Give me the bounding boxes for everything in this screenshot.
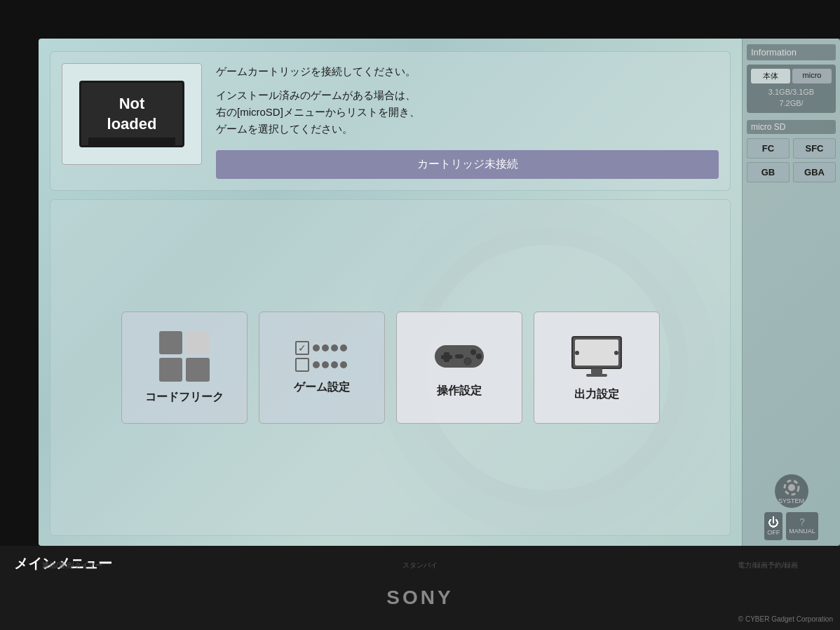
description-line2: インストール済みのゲームがある場合は、 右の[microSD]メニューからリスト… — [216, 87, 719, 138]
sony-logo: SONY — [386, 587, 453, 609]
controller-icon — [431, 337, 487, 375]
tv-controls: 通信/通信/タイマー スタンバイ 電力/録画予約/録画 — [0, 561, 840, 570]
category-grid: FC SFC GB GBA — [747, 138, 836, 182]
svg-point-6 — [464, 358, 471, 365]
honbody-value: 3.1GB/3.1GB — [751, 86, 832, 98]
game-settings-label: ゲーム設定 — [294, 380, 350, 395]
menu-item-code-freak[interactable]: コードフリーク — [121, 311, 248, 424]
tv-body: Not loaded ゲームカートリッジを接続してください。 インストール済みの… — [0, 0, 840, 630]
cartridge-inner: Not loaded — [79, 81, 184, 147]
svg-point-4 — [470, 349, 476, 355]
bottom-menu-section: コードフリーク ✓ — [50, 199, 731, 536]
svg-point-12 — [614, 351, 618, 355]
tv-control-right: 電力/録画予約/録画 — [738, 561, 798, 570]
cartridge-box: Not loaded — [62, 63, 202, 165]
tab-micro[interactable]: micro — [792, 69, 832, 83]
code-freak-label: コードフリーク — [145, 390, 224, 405]
menu-item-game-settings[interactable]: ✓ — [259, 311, 385, 424]
cat-btn-gba[interactable]: GBA — [793, 162, 836, 182]
output-settings-label: 出力設定 — [574, 387, 619, 402]
svg-point-5 — [476, 354, 482, 359]
micro-value: 7.2GB/ — [751, 98, 832, 109]
svg-rect-10 — [586, 374, 607, 377]
storage-tabs: 本体 micro — [751, 69, 832, 83]
screen: Not loaded ゲームカートリッジを接続してください。 インストール済みの… — [39, 39, 840, 546]
off-button[interactable]: ⏻ OFF — [764, 512, 783, 540]
system-btn-label: SYSTEM — [778, 497, 804, 504]
off-btn-label: OFF — [767, 529, 780, 536]
main-content: Not loaded ゲームカートリッジを接続してください。 インストール済みの… — [39, 39, 742, 546]
code-freak-icon — [159, 331, 210, 382]
tv-control-center: スタンバイ — [402, 561, 438, 570]
svg-rect-9 — [591, 368, 602, 374]
top-section: Not loaded ゲームカートリッジを接続してください。 インストール済みの… — [50, 51, 731, 191]
description-line1: ゲームカートリッジを接続してください。 — [216, 63, 719, 80]
tab-honbody[interactable]: 本体 — [751, 69, 790, 83]
svg-point-13 — [788, 484, 795, 491]
micro-sd-label: micro SD — [747, 120, 836, 134]
operation-settings-label: 操作設定 — [437, 384, 482, 398]
cat-btn-gb[interactable]: GB — [747, 162, 790, 182]
information-label: Information — [747, 44, 836, 60]
menu-item-operation-settings[interactable]: 操作設定 — [396, 311, 522, 424]
cartridge-status-button[interactable]: カートリッジ未接続 — [216, 150, 719, 179]
cat-btn-fc[interactable]: FC — [747, 138, 790, 159]
display-icon — [569, 333, 625, 379]
right-panel: Information 本体 micro 3.1GB/3.1GB 7.2GB/ … — [742, 39, 840, 546]
manual-btn-label: MANUAL — [789, 528, 815, 535]
game-settings-icon: ✓ — [295, 341, 348, 372]
storage-section: 本体 micro 3.1GB/3.1GB 7.2GB/ — [747, 65, 836, 113]
cat-btn-sfc[interactable]: SFC — [793, 138, 836, 159]
gear-icon — [782, 478, 801, 497]
menu-item-output-settings[interactable]: 出力設定 — [534, 311, 660, 424]
description-area: ゲームカートリッジを接続してください。 インストール済みのゲームがある場合は、 … — [216, 63, 719, 179]
svg-rect-8 — [575, 340, 618, 366]
svg-point-11 — [575, 351, 579, 355]
svg-rect-2 — [441, 355, 452, 359]
manual-button[interactable]: ? MANUAL — [786, 512, 818, 540]
svg-rect-3 — [455, 354, 463, 358]
system-button[interactable]: SYSTEM — [775, 474, 808, 508]
not-loaded-text: Not loaded — [107, 94, 157, 134]
tv-control-left: 通信/通信/タイマー — [42, 561, 102, 570]
bottom-buttons: ⏻ OFF ? MANUAL — [764, 512, 818, 540]
copyright-text: © CYBER Gadget Corporation — [738, 615, 833, 623]
